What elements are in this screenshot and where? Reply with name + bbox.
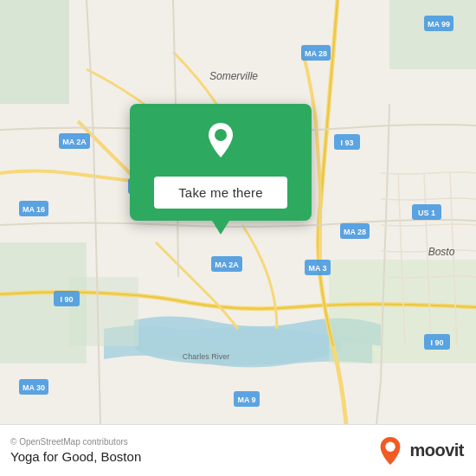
svg-rect-6 [69, 277, 138, 346]
take-me-there-button[interactable]: Take me there [154, 177, 287, 209]
location-pin-icon [198, 119, 243, 164]
map-container: MA 2A MA 16 MA 2A MA 28 MA 99 I 93 MA 28… [0, 0, 476, 424]
svg-text:Charles River: Charles River [183, 352, 230, 361]
svg-text:MA 99: MA 99 [428, 20, 450, 29]
svg-text:MA 16: MA 16 [23, 205, 45, 214]
svg-text:MA 28: MA 28 [344, 228, 366, 236]
svg-point-39 [215, 129, 227, 141]
svg-text:MA 9: MA 9 [237, 396, 255, 404]
svg-text:MA 30: MA 30 [23, 383, 45, 392]
svg-text:MA 2A: MA 2A [62, 138, 87, 146]
bottom-bar: © OpenStreetMap contributors Yoga for Go… [0, 424, 476, 476]
svg-rect-3 [389, 0, 476, 69]
svg-text:MA 3: MA 3 [308, 264, 326, 273]
svg-text:I 93: I 93 [340, 138, 353, 147]
svg-text:US 1: US 1 [418, 209, 435, 217]
svg-text:I 90: I 90 [60, 295, 73, 304]
svg-text:I 90: I 90 [430, 338, 443, 347]
moovit-logo: moovit [376, 435, 464, 466]
svg-text:MA 28: MA 28 [305, 49, 327, 58]
svg-text:Bosto: Bosto [428, 246, 455, 258]
moovit-brand-text: moovit [409, 441, 464, 460]
location-label: Yoga for Good, Boston [10, 449, 141, 464]
attribution-text: © OpenStreetMap contributors [10, 437, 141, 447]
svg-point-40 [386, 441, 396, 451]
moovit-pin-icon [376, 435, 404, 466]
popup-card: Take me there [130, 104, 312, 221]
svg-text:Somerville: Somerville [209, 70, 258, 82]
bottom-left-info: © OpenStreetMap contributors Yoga for Go… [10, 437, 141, 464]
svg-text:MA 2A: MA 2A [215, 261, 239, 269]
svg-rect-2 [0, 0, 69, 104]
